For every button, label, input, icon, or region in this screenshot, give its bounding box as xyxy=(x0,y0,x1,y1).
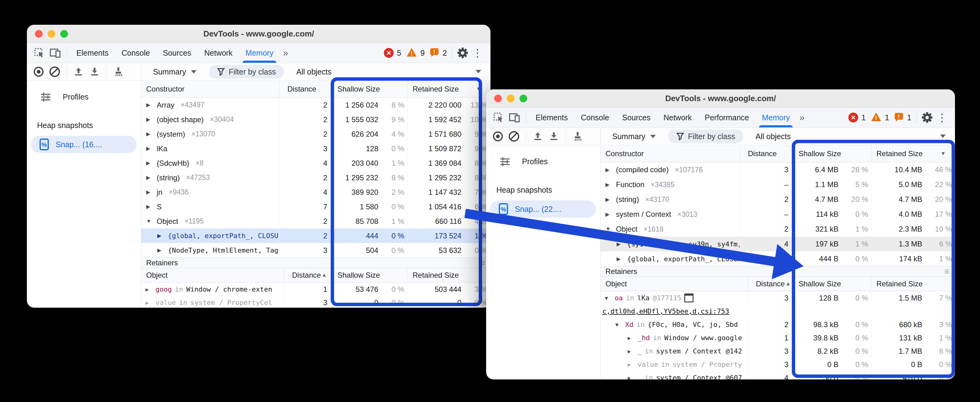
twisty-icon[interactable]: ▶ xyxy=(605,196,612,203)
twisty-icon[interactable]: ▶ xyxy=(628,335,635,341)
col-object[interactable]: Object xyxy=(141,268,284,282)
table-row[interactable]: ▶lKa 3 1280 % 1 509 8729 % xyxy=(141,141,490,156)
panel-tab[interactable]: Sources xyxy=(156,43,198,63)
settings-gear-icon[interactable] xyxy=(455,45,470,60)
retainers-section-bar[interactable]: Retainers xyxy=(141,258,490,268)
retainer-row[interactable]: ▶valueinsystem / PropertyCel 3 00 % 00 % xyxy=(141,296,490,308)
issues-badge-icon[interactable]: ! xyxy=(430,47,439,59)
objects-filter-select[interactable]: All objects xyxy=(296,67,332,77)
panel-tab[interactable]: Network xyxy=(198,43,239,63)
col-constructor[interactable]: Constructor xyxy=(600,145,740,162)
twisty-icon[interactable]: ▶ xyxy=(617,256,624,262)
chevron-down-icon[interactable] xyxy=(940,134,946,138)
delete-all-icon[interactable] xyxy=(571,129,584,143)
table-row[interactable]: ▶S 7 1 5800 % 1 054 4166 % xyxy=(141,199,490,214)
table-row[interactable]: ▼Object×1195 2 85 7081 % 660 1164 % xyxy=(141,214,490,228)
col-shallow[interactable]: Shallow Size xyxy=(794,277,872,291)
twisty-icon[interactable]: ▶ xyxy=(157,247,164,254)
fullscreen-button[interactable] xyxy=(60,30,68,38)
load-profile-icon[interactable] xyxy=(72,65,85,78)
panel-tab[interactable]: Console xyxy=(574,108,616,128)
warning-badge-icon[interactable]: ! xyxy=(870,112,882,123)
col-shallow[interactable]: Shallow Size xyxy=(332,81,408,97)
col-object[interactable]: Object xyxy=(600,277,748,291)
class-filter-input[interactable]: Filter by class xyxy=(668,129,743,143)
twisty-icon[interactable]: ▼ xyxy=(605,226,612,232)
retainer-row[interactable]: ▼oainlKa@177115 3 128 B0 % 1.5 MB7 % xyxy=(600,291,955,305)
col-distance[interactable]: Distance xyxy=(740,145,794,162)
table-row[interactable]: ▶(string)×43170 2 4.7 MB20 % 4.7 MB20 % xyxy=(600,192,955,207)
col-shallow[interactable]: Shallow Size xyxy=(332,268,408,282)
titlebar[interactable]: DevTools - www.google.com/ xyxy=(486,89,955,108)
warning-badge-icon[interactable]: ! xyxy=(406,47,417,59)
twisty-icon[interactable]: ▶ xyxy=(628,375,635,380)
table-row[interactable]: ▶(object shape)×30404 2 1 555 0329 % 1 5… xyxy=(141,112,490,127)
record-heap-icon[interactable] xyxy=(32,65,45,78)
twisty-icon[interactable]: ▶ xyxy=(605,211,612,218)
twisty-icon[interactable]: ▼ xyxy=(146,218,153,225)
snapshot-item[interactable]: % Snap... (16.... xyxy=(31,136,137,153)
snapshot-item[interactable]: % Snap... (22.... xyxy=(490,200,596,218)
panel-tab[interactable]: Performance xyxy=(698,108,755,128)
table-row[interactable]: ▶(system)×13070 2 626 2044 % 1 571 6809 … xyxy=(141,127,490,141)
context-menu-icon[interactable] xyxy=(480,258,485,268)
retainer-row[interactable]: ▶_insystem / Context @142 3 8.2 kB0 % 1.… xyxy=(600,345,955,358)
twisty-icon[interactable]: ▶ xyxy=(628,348,635,354)
retainer-row[interactable]: ▶valueinsystem / Property 3 0 B0 % 0 B0 … xyxy=(600,358,955,371)
context-menu-icon[interactable] xyxy=(945,266,950,276)
retainer-row[interactable]: ▶_hdinWindow / www.google 1 39.8 kB0 % 1… xyxy=(600,331,955,345)
twisty-icon[interactable]: ▶ xyxy=(157,233,164,239)
close-button[interactable] xyxy=(494,95,502,102)
panel-tab[interactable]: Elements xyxy=(70,43,115,63)
retainers-section-bar[interactable]: Retainers xyxy=(600,266,955,277)
table-row[interactable]: ▶{NodeType, HtmlElement, Tag 3 5040 % 53… xyxy=(141,243,490,258)
twisty-icon[interactable]: ▶ xyxy=(146,131,153,137)
kebab-menu-icon[interactable] xyxy=(470,45,485,60)
retainer-row[interactable]: ▼Xdin{F0c, H0a, VC, jo, Sbd 2 98.3 kB0 %… xyxy=(600,318,955,331)
issues-badge-icon[interactable]: ! xyxy=(894,112,904,123)
titlebar[interactable]: DevTools - www.google.com/ xyxy=(27,25,490,43)
col-retained[interactable]: Retained Size xyxy=(872,277,955,291)
device-toolbar-icon[interactable] xyxy=(47,45,64,61)
close-button[interactable] xyxy=(35,30,43,38)
panel-tab[interactable]: Memory xyxy=(239,43,280,63)
retainer-row[interactable]: ▶googinWindow / chrome-exten 1 53 4760 %… xyxy=(141,282,490,296)
col-constructor[interactable]: Constructor xyxy=(141,81,279,97)
twisty-icon[interactable]: ▶ xyxy=(617,241,624,247)
twisty-icon[interactable]: ▶ xyxy=(628,362,635,368)
col-retained[interactable]: Retained Size▼ xyxy=(408,81,490,97)
twisty-icon[interactable]: ▶ xyxy=(146,116,153,123)
table-row[interactable]: ▶jn×9436 4 389 9202 % 1 147 4327 % xyxy=(141,185,490,199)
minimize-button[interactable] xyxy=(48,30,55,38)
sidebar-item-profiles[interactable]: Profiles xyxy=(486,153,600,170)
inspect-icon[interactable] xyxy=(490,110,506,126)
table-row[interactable]: ▶(compiled code)×107176 3 6.4 MB28 % 10.… xyxy=(600,162,955,177)
table-row[interactable]: ▼Object×1618 2 321 kB1 % 2.3 MB10 % xyxy=(600,222,955,236)
twisty-icon[interactable]: ▶ xyxy=(146,286,152,292)
more-tabs-icon[interactable] xyxy=(796,112,808,123)
table-row[interactable]: ▶system / Context×3013 – 114 kB0 % 4.0 M… xyxy=(600,207,955,222)
twisty-icon[interactable]: ▼ xyxy=(605,295,612,301)
table-row[interactable]: ▶{global, exportPath_, CLOSUR 2 444 B0 %… xyxy=(600,251,955,266)
table-row[interactable]: ▶{SdcwHb}×8 4 203 0401 % 1 369 0848 % xyxy=(141,156,490,171)
twisty-icon[interactable]: ▶ xyxy=(146,203,153,210)
table-row[interactable]: ▶{sy1fu, sy2ly, sy39n, sy4fm, 4 197 kB1 … xyxy=(600,236,955,251)
twisty-icon[interactable]: ▶ xyxy=(605,167,612,173)
clear-profiles-icon[interactable] xyxy=(507,129,521,143)
twisty-icon[interactable]: ▶ xyxy=(605,182,612,188)
inspect-icon[interactable] xyxy=(31,45,47,61)
col-distance[interactable]: Distance xyxy=(279,81,332,97)
perspective-select[interactable]: Summary xyxy=(153,67,197,77)
twisty-icon[interactable]: ▶ xyxy=(146,160,153,166)
panel-tab[interactable]: Memory xyxy=(755,108,796,128)
twisty-icon[interactable]: ▼ xyxy=(615,322,622,328)
error-badge-icon[interactable] xyxy=(384,48,394,58)
col-retained[interactable]: Retained Size xyxy=(408,268,490,282)
save-profile-icon[interactable] xyxy=(547,129,561,143)
twisty-icon[interactable]: ▶ xyxy=(146,189,153,195)
source-link[interactable]: c,dtl0hd,eHDfl,YV5bee,d,csi:753 xyxy=(600,305,955,318)
twisty-icon[interactable]: ▶ xyxy=(146,102,153,108)
panel-tab[interactable]: Sources xyxy=(616,108,657,128)
panel-tab[interactable]: Elements xyxy=(529,108,574,128)
device-toolbar-icon[interactable] xyxy=(506,110,523,126)
